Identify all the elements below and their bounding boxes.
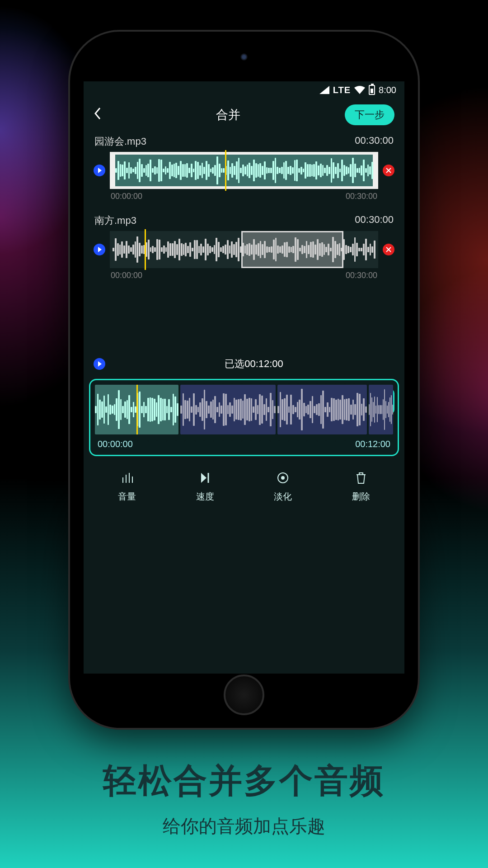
track-row: 南方.mp3 00:30:00 00:00:00 00:30:00 bbox=[94, 210, 394, 280]
app-bar: 合并 下一步 bbox=[84, 99, 404, 131]
combined-panel: 00:00:00 00:12:00 bbox=[89, 379, 399, 456]
tool-label: 淡化 bbox=[274, 491, 292, 503]
promo-subheading: 给你的音频加点乐趣 bbox=[0, 814, 488, 839]
tool-label: 速度 bbox=[196, 491, 214, 503]
track-start: 00:00:00 bbox=[111, 192, 142, 201]
playhead[interactable] bbox=[225, 150, 226, 191]
next-button[interactable]: 下一步 bbox=[345, 104, 394, 125]
skip-icon bbox=[196, 470, 214, 486]
disc-icon bbox=[274, 470, 292, 486]
page-title: 合并 bbox=[112, 107, 345, 123]
status-bar: LTE 8:00 bbox=[84, 81, 404, 99]
speed-button[interactable]: 速度 bbox=[196, 470, 214, 503]
combined-start: 00:00:00 bbox=[98, 439, 133, 449]
play-icon[interactable] bbox=[94, 358, 105, 370]
fade-button[interactable]: 淡化 bbox=[274, 470, 292, 503]
playhead[interactable] bbox=[145, 229, 146, 270]
track-end: 00:30:00 bbox=[346, 271, 377, 280]
track-end: 00:30:00 bbox=[346, 192, 377, 201]
selection-box[interactable] bbox=[241, 231, 343, 268]
play-icon[interactable] bbox=[94, 244, 105, 255]
track-name: 园游会.mp3 bbox=[94, 135, 146, 148]
phone-screen: LTE 8:00 合并 下一步 园游会.mp3 00:30:00 bbox=[84, 81, 404, 674]
waveform[interactable] bbox=[110, 231, 378, 268]
bottom-toolbar: 音量 速度 淡化 删除 bbox=[84, 456, 404, 503]
track-list: 园游会.mp3 00:30:00 00:00:00 00:30:00 bbox=[84, 131, 404, 280]
home-button[interactable] bbox=[224, 675, 264, 715]
volume-button[interactable]: 音量 bbox=[118, 470, 136, 503]
tool-label: 音量 bbox=[118, 491, 136, 503]
delete-button[interactable]: 删除 bbox=[352, 470, 370, 503]
playhead[interactable] bbox=[136, 385, 138, 434]
track-start: 00:00:00 bbox=[111, 271, 142, 280]
track-name: 南方.mp3 bbox=[94, 214, 136, 227]
trash-icon bbox=[352, 470, 370, 486]
back-button[interactable] bbox=[94, 107, 112, 123]
phone-frame: LTE 8:00 合并 下一步 园游会.mp3 00:30:00 bbox=[70, 32, 418, 728]
network-label: LTE bbox=[333, 85, 351, 95]
segment[interactable] bbox=[277, 385, 367, 434]
combined-end: 00:12:00 bbox=[355, 439, 390, 449]
selected-label: 已选00:12:00 bbox=[113, 357, 394, 371]
equalizer-icon bbox=[118, 470, 136, 486]
svg-point-6 bbox=[282, 476, 284, 479]
signal-icon bbox=[319, 86, 329, 94]
wifi-icon bbox=[354, 86, 365, 94]
clock: 8:00 bbox=[379, 85, 396, 95]
track-duration: 00:30:00 bbox=[355, 214, 394, 227]
promo-heading: 轻松合并多个音频 bbox=[0, 759, 488, 804]
track-duration: 00:30:00 bbox=[355, 135, 394, 148]
combined-waveform[interactable] bbox=[95, 385, 393, 434]
play-icon[interactable] bbox=[94, 165, 105, 176]
battery-icon bbox=[369, 85, 375, 95]
waveform[interactable] bbox=[110, 152, 378, 189]
promo-text: 轻松合并多个音频 给你的音频加点乐趣 bbox=[0, 759, 488, 839]
tool-label: 删除 bbox=[352, 491, 370, 503]
delete-icon[interactable] bbox=[383, 165, 394, 176]
selection-summary: 已选00:12:00 bbox=[84, 357, 404, 371]
segment[interactable] bbox=[369, 385, 393, 434]
delete-icon[interactable] bbox=[383, 244, 394, 255]
track-row: 园游会.mp3 00:30:00 00:00:00 00:30:00 bbox=[94, 131, 394, 201]
segment[interactable] bbox=[180, 385, 276, 434]
